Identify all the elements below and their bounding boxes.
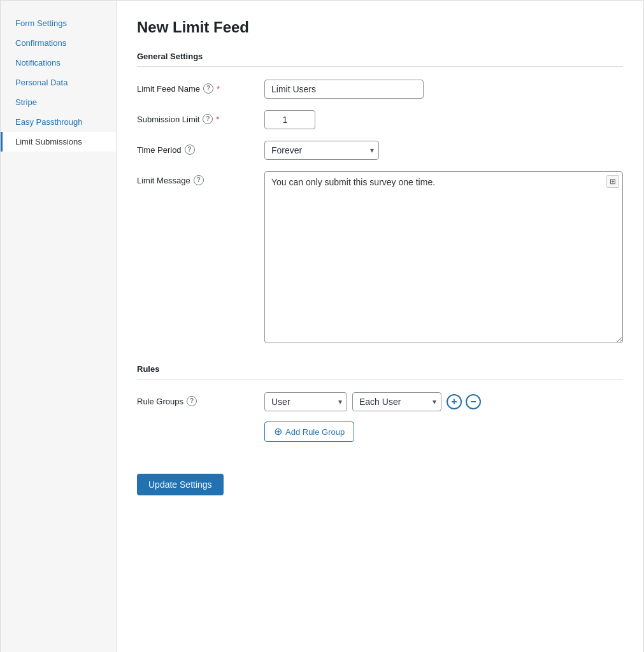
limit-feed-name-help-icon[interactable]: ?: [203, 83, 213, 94]
time-period-help-icon[interactable]: ?: [185, 145, 195, 155]
add-rule-group-wrapper: ⊕ Add Rule Group: [264, 411, 623, 442]
time-period-control: Forever Day Week Month Year: [264, 141, 623, 160]
sidebar-item-notifications[interactable]: Notifications: [1, 53, 116, 73]
time-period-row: Time Period ? Forever Day Week Month Yea…: [137, 141, 623, 160]
main-content: New Limit Feed General Settings Limit Fe…: [117, 1, 643, 652]
rule-group-controls: + −: [447, 394, 481, 409]
submission-limit-input[interactable]: [264, 110, 315, 129]
rules-section-header: Rules: [137, 364, 623, 379]
limit-message-help-icon[interactable]: ?: [194, 175, 204, 185]
rule-type-select[interactable]: User IP Address Field: [264, 392, 347, 411]
limit-message-row: Limit Message ? You can only submit this…: [137, 171, 623, 345]
rule-groups-control: User IP Address Field Each User All User…: [264, 392, 623, 442]
rule-groups-help-icon[interactable]: ?: [187, 396, 197, 406]
time-period-label: Time Period ?: [137, 141, 264, 155]
sidebar-item-confirmations[interactable]: Confirmations: [1, 33, 116, 53]
limit-message-label: Limit Message ?: [137, 171, 264, 185]
limit-feed-name-control: [264, 80, 623, 99]
submission-limit-row: Submission Limit ? *: [137, 110, 623, 129]
sidebar-item-form-settings[interactable]: Form Settings: [1, 13, 116, 33]
rule-each-select[interactable]: Each User All Users: [352, 392, 441, 411]
limit-feed-name-required: *: [217, 84, 220, 94]
rule-type-select-wrapper: User IP Address Field: [264, 392, 347, 411]
rules-section: Rules Rule Groups ? User IP Address Fiel…: [137, 364, 623, 442]
remove-rule-button[interactable]: −: [466, 394, 481, 409]
add-rule-group-button[interactable]: ⊕ Add Rule Group: [264, 422, 354, 442]
add-rule-group-plus-icon: ⊕: [274, 427, 282, 437]
submission-limit-label: Submission Limit ? *: [137, 110, 264, 124]
sidebar-item-personal-data[interactable]: Personal Data: [1, 73, 116, 92]
add-rule-group-label: Add Rule Group: [285, 427, 345, 437]
rule-groups-row: Rule Groups ? User IP Address Field: [137, 392, 623, 442]
sidebar-item-stripe[interactable]: Stripe: [1, 92, 116, 112]
submission-limit-help-icon[interactable]: ?: [203, 114, 213, 124]
page-title: New Limit Feed: [137, 18, 623, 36]
general-settings-header: General Settings: [137, 52, 623, 67]
add-rule-button[interactable]: +: [447, 394, 462, 409]
sidebar-item-limit-submissions[interactable]: Limit Submissions: [1, 132, 116, 152]
time-period-select[interactable]: Forever Day Week Month Year: [264, 141, 379, 160]
sidebar: Form Settings Confirmations Notification…: [1, 1, 117, 652]
submission-limit-control: [264, 110, 623, 129]
time-period-select-wrapper: Forever Day Week Month Year: [264, 141, 379, 160]
rule-each-select-wrapper: Each User All Users: [352, 392, 441, 411]
limit-message-wrapper: You can only submit this survey one time…: [264, 171, 623, 345]
limit-feed-name-row: Limit Feed Name ? *: [137, 80, 623, 99]
rules-row-inner: User IP Address Field Each User All User…: [264, 392, 623, 411]
limit-feed-name-input[interactable]: [264, 80, 424, 99]
rule-groups-label: Rule Groups ?: [137, 392, 264, 406]
limit-feed-name-label: Limit Feed Name ? *: [137, 80, 264, 94]
textarea-editor-icon[interactable]: [606, 175, 619, 188]
sidebar-item-easy-passthrough[interactable]: Easy Passthrough: [1, 112, 116, 132]
update-settings-button[interactable]: Update Settings: [137, 474, 224, 495]
submission-limit-required: *: [216, 115, 219, 124]
limit-message-textarea[interactable]: You can only submit this survey one time…: [264, 171, 623, 343]
general-settings-section: General Settings Limit Feed Name ? * Sub…: [137, 52, 623, 345]
